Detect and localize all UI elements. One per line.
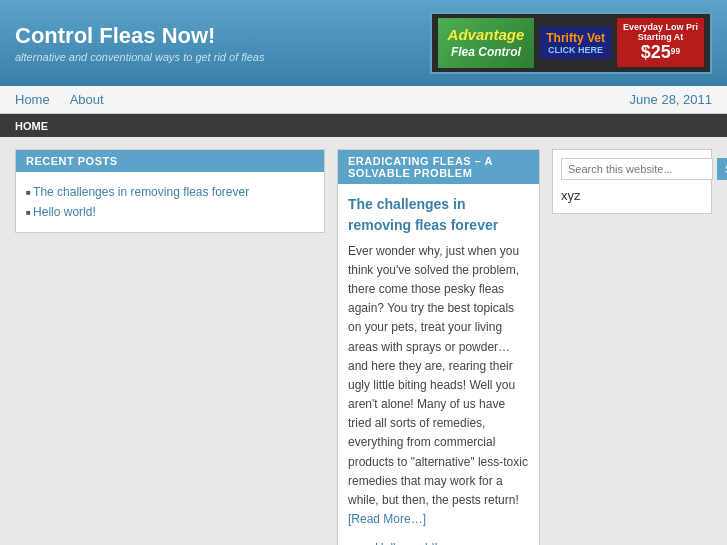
left-column: RECENT POSTS The challenges in removing … xyxy=(15,149,325,545)
main-post-content: The challenges in removing fleas forever… xyxy=(338,184,539,545)
post-body: Ever wonder why, just when you think you… xyxy=(348,242,529,530)
site-branding: Control Fleas Now! alternative and conve… xyxy=(15,23,264,63)
list-item: The challenges in removing fleas forever xyxy=(26,182,314,202)
main-post-title: ERADICATING FLEAS – A SOLVABLE PROBLEM xyxy=(338,150,539,184)
sub-post-link[interactable]: Hello world! xyxy=(375,541,438,545)
search-button[interactable]: Search xyxy=(717,158,727,180)
search-row: Search xyxy=(561,158,703,180)
recent-post-link-2[interactable]: Hello world! xyxy=(33,205,96,219)
nav-date: June 28, 2011 xyxy=(630,92,712,107)
post-heading[interactable]: The challenges in removing fleas forever xyxy=(348,194,529,236)
recent-posts-widget: RECENT POSTS The challenges in removing … xyxy=(15,149,325,233)
ad-banner[interactable]: Advantage Flea Control Thrifty Vet CLICK… xyxy=(430,12,712,74)
nav-links: Home About xyxy=(15,92,104,107)
main-post-widget: ERADICATING FLEAS – A SOLVABLE PROBLEM T… xyxy=(337,149,540,545)
ad-flea-control: Advantage Flea Control xyxy=(438,18,535,68)
list-item: Hello world! xyxy=(26,202,314,222)
ad-thrifty-vet: Thrifty Vet CLICK HERE xyxy=(540,27,611,59)
ad-price: Everyday Low Pri Starting At $2599 xyxy=(617,18,704,67)
site-header: Control Fleas Now! alternative and conve… xyxy=(0,0,727,86)
recent-posts-content: The challenges in removing fleas forever… xyxy=(16,172,324,232)
home-bar-label: HOME xyxy=(15,120,48,132)
home-bar: HOME xyxy=(0,114,727,137)
recent-posts-title: RECENT POSTS xyxy=(16,150,324,172)
recent-posts-list: The challenges in removing fleas forever… xyxy=(26,182,314,222)
middle-column: ERADICATING FLEAS – A SOLVABLE PROBLEM T… xyxy=(337,149,540,545)
site-title: Control Fleas Now! xyxy=(15,23,264,49)
right-sidebar: Search xyz xyxy=(552,149,712,545)
sub-post-item: Hello world! xyxy=(348,539,529,545)
nav-home[interactable]: Home xyxy=(15,92,50,107)
xyz-text: xyz xyxy=(561,186,703,205)
content-area: RECENT POSTS The challenges in removing … xyxy=(0,137,727,545)
nav-about[interactable]: About xyxy=(70,92,104,107)
search-widget: Search xyz xyxy=(552,149,712,214)
search-input[interactable] xyxy=(561,158,713,180)
recent-post-link-1[interactable]: The challenges in removing fleas forever xyxy=(33,185,249,199)
site-tagline: alternative and conventional ways to get… xyxy=(15,51,264,63)
read-more-link[interactable]: [Read More…] xyxy=(348,512,426,526)
main-nav: Home About June 28, 2011 xyxy=(0,86,727,114)
